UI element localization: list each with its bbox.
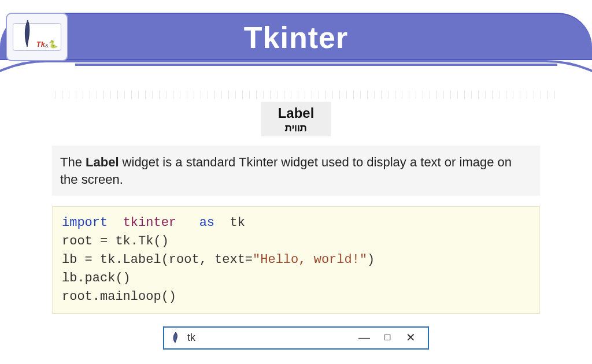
description-prefix: The [60,155,86,169]
close-button[interactable]: ✕ [399,332,422,343]
description-suffix: widget is a standard Tkinter widget used… [60,155,512,187]
code-line-2: root = tk.Tk() [62,232,530,251]
logo-inner: Tk&🐍 [13,23,61,51]
code-line-3: lb = tk.Label(root, text="Hello, world!"… [62,251,530,269]
alias: tk [230,216,245,230]
python-icon: 🐍 [49,40,58,49]
code-line-5: root.mainloop() [62,288,530,306]
maximize-button[interactable]: ☐ [376,332,399,343]
code-string: "Hello, world!" [253,252,367,267]
ruler-ticks [55,91,557,99]
keyword-import: import [62,216,108,230]
logo-box: Tk&🐍 [6,13,68,61]
code-block: import tkinter as tk root = tk.Tk() lb =… [52,206,540,313]
code-l3-post: ) [367,252,375,267]
subtitle-hebrew: תווית [266,121,326,134]
tk-feather-icon [170,332,182,343]
tk-window: tk — ☐ ✕ [163,326,429,350]
keyword-as: as [199,216,214,230]
description-bold: Label [86,155,119,169]
code-line-1: import tkinter as tk [62,214,530,232]
feather-icon [21,19,34,48]
logo-tk-text: Tk [36,40,45,49]
content-area: Label תווית The Label widget is a standa… [52,102,540,350]
tk-titlebar: tk — ☐ ✕ [164,328,428,348]
description-text: The Label widget is a standard Tkinter w… [52,146,540,196]
page-title: Tkinter [0,14,592,61]
code-l3-pre: lb = tk.Label(root, text= [62,252,253,267]
module-name: tkinter [123,216,176,230]
header-bar: Tkinter [0,13,592,60]
minimize-button[interactable]: — [353,332,376,343]
subtitle-box: Label תווית [261,102,331,136]
code-line-4: lb.pack() [62,269,530,288]
tk-window-title: tk [187,332,353,344]
header-underline [75,64,557,66]
subtitle-main: Label [266,105,326,121]
